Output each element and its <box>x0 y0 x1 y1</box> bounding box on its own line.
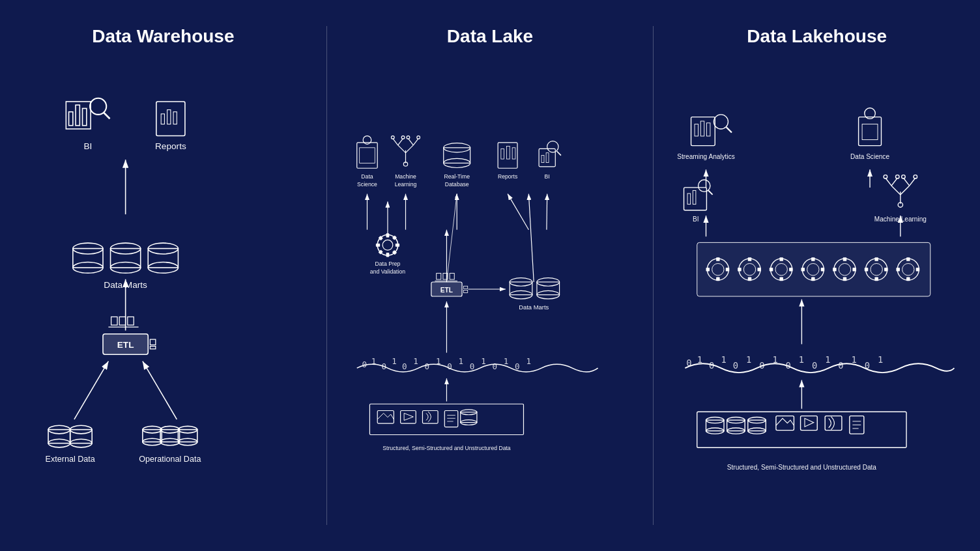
data-science-icon: Data Science <box>356 136 377 188</box>
svg-text:ETL: ETL <box>117 340 134 350</box>
svg-text:Science: Science <box>357 181 377 188</box>
svg-rect-9 <box>161 114 164 124</box>
svg-rect-114 <box>463 290 467 293</box>
svg-rect-220 <box>843 277 847 281</box>
svg-point-5 <box>90 98 106 115</box>
svg-text:0: 0 <box>362 360 367 369</box>
svg-line-179 <box>891 178 897 186</box>
svg-rect-255 <box>706 420 725 431</box>
svg-line-87 <box>556 151 560 155</box>
data-lakehouse-diagram: Streaming Analytics Data Science BI <box>673 66 960 526</box>
svg-marker-147 <box>404 413 413 420</box>
svg-line-34 <box>143 361 177 419</box>
svg-rect-80 <box>506 146 510 159</box>
reports-icon-dl: Reports <box>498 143 518 180</box>
svg-rect-209 <box>770 268 773 272</box>
svg-rect-25 <box>111 317 117 325</box>
svg-text:0: 0 <box>865 360 870 371</box>
bi-icon-lh: BI <box>684 180 713 223</box>
svg-rect-97 <box>386 253 389 257</box>
svg-rect-15 <box>73 249 103 268</box>
data-prep-icon: Data Prep and Validation <box>370 233 405 274</box>
svg-rect-160 <box>701 121 705 136</box>
svg-rect-226 <box>875 277 879 281</box>
svg-text:0: 0 <box>381 361 386 371</box>
svg-rect-96 <box>386 233 389 237</box>
svg-text:1: 1 <box>458 356 463 366</box>
svg-rect-81 <box>512 148 515 159</box>
svg-line-61 <box>405 145 413 153</box>
svg-text:0: 0 <box>515 361 520 371</box>
svg-line-163 <box>727 127 732 132</box>
svg-text:Reports: Reports <box>498 173 518 180</box>
svg-text:0: 0 <box>786 360 791 371</box>
etl-icon-dw: ETL <box>103 317 156 354</box>
data-marts-dl-icon: Data Marts <box>510 194 559 311</box>
svg-rect-233 <box>897 268 901 272</box>
svg-line-62 <box>392 139 397 145</box>
svg-rect-232 <box>906 277 910 281</box>
svg-rect-1 <box>69 112 73 126</box>
svg-text:1: 1 <box>481 356 486 366</box>
svg-marker-265 <box>805 418 814 427</box>
svg-rect-107 <box>436 274 440 279</box>
data-warehouse-diagram: BI Reports <box>20 66 307 526</box>
svg-text:1: 1 <box>413 356 418 366</box>
svg-text:1: 1 <box>503 356 508 366</box>
svg-text:Data: Data <box>361 173 373 180</box>
svg-rect-216 <box>821 268 825 272</box>
svg-text:1: 1 <box>371 356 376 366</box>
svg-rect-54 <box>356 143 377 168</box>
svg-text:Structured, Semi-Structured an: Structured, Semi-Structured and Unstruct… <box>382 445 511 451</box>
svg-rect-144 <box>369 404 523 434</box>
svg-rect-219 <box>843 257 847 261</box>
svg-rect-122 <box>537 282 560 295</box>
svg-text:0: 0 <box>492 361 497 371</box>
svg-text:0: 0 <box>402 361 407 371</box>
svg-text:External Data: External Data <box>46 455 95 464</box>
svg-rect-31 <box>150 339 155 345</box>
ml-icon: Machine Learning <box>391 136 420 188</box>
svg-rect-39 <box>70 430 93 444</box>
svg-line-178 <box>886 178 891 186</box>
svg-line-173 <box>709 191 713 195</box>
svg-line-177 <box>901 186 910 195</box>
svg-line-60 <box>397 145 405 153</box>
svg-rect-234 <box>916 268 920 272</box>
svg-text:Operational Data: Operational Data <box>139 455 201 464</box>
svg-rect-203 <box>738 268 742 272</box>
svg-line-65 <box>413 139 418 145</box>
data-lake-diagram: Data Science Machine Learning <box>347 66 634 526</box>
svg-point-162 <box>714 115 728 129</box>
svg-rect-74 <box>443 148 470 163</box>
svg-text:1: 1 <box>852 354 857 365</box>
svg-line-117 <box>446 194 457 282</box>
svg-rect-207 <box>780 257 784 261</box>
svg-rect-149 <box>444 410 457 427</box>
operational-data-icon: Operational Data <box>139 426 201 464</box>
svg-text:1: 1 <box>878 354 883 365</box>
data-lake-section: Data Lake Data Science <box>327 0 654 551</box>
bi-icon-dl: BI <box>539 141 561 180</box>
svg-rect-55 <box>359 148 375 163</box>
svg-rect-79 <box>501 148 504 159</box>
svg-rect-18 <box>111 249 141 268</box>
data-science-icon-lh: Data Science <box>850 108 889 160</box>
svg-rect-225 <box>875 257 879 261</box>
svg-text:1: 1 <box>826 354 831 365</box>
svg-rect-159 <box>695 124 699 136</box>
svg-rect-196 <box>716 277 720 281</box>
svg-line-33 <box>74 361 108 419</box>
svg-rect-192 <box>697 242 930 296</box>
svg-text:Reports: Reports <box>155 141 186 151</box>
svg-rect-171 <box>693 191 697 205</box>
svg-rect-198 <box>726 268 730 272</box>
svg-text:Data Marts: Data Marts <box>519 304 549 311</box>
svg-rect-231 <box>906 257 910 261</box>
svg-point-95 <box>382 240 393 250</box>
svg-rect-10 <box>167 110 171 124</box>
svg-rect-204 <box>758 268 762 272</box>
svg-rect-215 <box>801 268 805 272</box>
svg-text:Machine: Machine <box>395 173 416 180</box>
svg-rect-85 <box>546 153 549 163</box>
